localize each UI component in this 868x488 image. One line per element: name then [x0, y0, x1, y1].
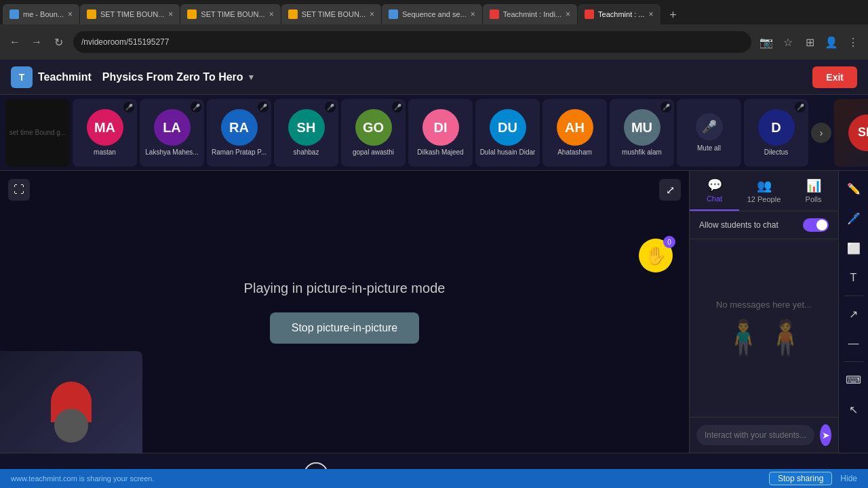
- mic-off-icon-10: 🎤: [795, 102, 806, 113]
- participant-name-9: mushfik alam: [622, 148, 662, 156]
- tab-label-6: Teachmint : ...: [598, 10, 644, 18]
- allow-chat-toggle[interactable]: [803, 218, 829, 232]
- sidebar: 💬 Chat 👥 12 People 📊 Polls Allow student…: [689, 171, 838, 453]
- back-button[interactable]: ←: [5, 33, 24, 52]
- participant-name-5: gopal awasthi: [353, 148, 394, 156]
- tab-4[interactable]: Sequence and se... ×: [382, 4, 482, 24]
- chat-icon: 💬: [707, 178, 722, 192]
- self-video-content: [51, 382, 92, 422]
- tab-favicon-0: [9, 9, 19, 19]
- face-shape: [54, 409, 88, 443]
- participants-strip: set time Bound g... 🎤 MA mastan 🎤 LA Lak…: [0, 95, 868, 171]
- tool-line[interactable]: —: [842, 331, 866, 356]
- expand-right-button[interactable]: ⤢: [659, 179, 681, 201]
- course-title-dropdown[interactable]: Physics From Zero To Hero ▼: [102, 71, 256, 83]
- mute-all-icon: 🎤: [696, 113, 723, 140]
- expand-button[interactable]: ⛶: [8, 179, 30, 201]
- last-participant-video: SB: [834, 99, 868, 167]
- participant-card-3: 🎤 RA Raman Pratap P...: [207, 99, 271, 167]
- star-button[interactable]: ☆: [778, 33, 797, 52]
- menu-button[interactable]: ⋮: [844, 33, 863, 52]
- mic-off-icon-3: 🎤: [258, 102, 269, 113]
- pip-message: Playing in picture-in-picture mode: [244, 281, 446, 296]
- tab-close-5[interactable]: ×: [566, 9, 570, 19]
- tab-0[interactable]: me - Boun... ×: [3, 4, 79, 24]
- nav-actions: 📷 ☆ ⊞ 👤 ⋮: [757, 33, 863, 52]
- url-bar[interactable]: /nvideoroom/515195277: [73, 31, 751, 53]
- participant-card-9: 🎤 MU mushfik alam: [610, 99, 674, 167]
- more-participants-button[interactable]: ›: [811, 123, 831, 143]
- tool-highlighter[interactable]: ✏️: [842, 176, 866, 201]
- chevron-down-icon: ▼: [248, 73, 256, 82]
- tab-1[interactable]: SET TIME BOUN... ×: [80, 4, 180, 24]
- mic-off-icon-2: 🎤: [191, 102, 201, 113]
- hide-button[interactable]: Hide: [840, 474, 857, 483]
- tab-6[interactable]: Teachmint : ... ×: [578, 4, 660, 24]
- tab-close-4[interactable]: ×: [471, 9, 475, 19]
- hand-raise-badge: 0: [663, 236, 675, 248]
- stop-pip-button[interactable]: Stop picture-in-picture: [270, 312, 420, 344]
- participant-name-8: Ahatasham: [557, 148, 592, 156]
- tab-chat[interactable]: 💬 Chat: [690, 171, 739, 211]
- forward-button[interactable]: →: [27, 33, 46, 52]
- tool-arrow[interactable]: ↗: [842, 302, 866, 326]
- participant-card-6: DI Dilkash Majeed: [408, 99, 473, 167]
- camera-button[interactable]: 📷: [757, 33, 776, 52]
- exit-button[interactable]: Exit: [812, 66, 857, 88]
- tab-label-3: SET TIME BOUN...: [302, 10, 366, 18]
- send-button[interactable]: ➤: [820, 424, 831, 446]
- sidebar-tabs: 💬 Chat 👥 12 People 📊 Polls: [690, 171, 838, 211]
- tab-people[interactable]: 👥 12 People: [739, 171, 789, 211]
- browser-tab-bar: me - Boun... × SET TIME BOUN... × SET TI…: [0, 0, 868, 24]
- tab-close-3[interactable]: ×: [370, 9, 374, 19]
- participant-name-3: Raman Pratap P...: [212, 148, 267, 156]
- mic-off-icon-9: 🎤: [660, 102, 671, 113]
- profile-button[interactable]: 👤: [822, 33, 841, 52]
- participant-card-10: 🎤 D Dilectus: [744, 99, 808, 167]
- tool-text[interactable]: T: [842, 266, 866, 290]
- chat-input[interactable]: [696, 425, 814, 445]
- participant-avatar-5: GO: [355, 109, 392, 146]
- allow-chat-label: Allow students to chat: [699, 220, 778, 230]
- main-content: ⛶ ⤢ ✋ 0 Playing in picture-in-picture mo…: [0, 171, 868, 453]
- tool-pen[interactable]: 🖊️: [842, 206, 866, 230]
- last-avatar: SB: [848, 115, 869, 151]
- participant-card-7: DU Dulal husain Didar: [475, 99, 540, 167]
- tool-keyboard[interactable]: ⌨: [842, 367, 866, 392]
- tab-favicon-3: [288, 9, 298, 19]
- participant-name-10: Dilectus: [764, 148, 789, 156]
- new-tab-button[interactable]: +: [664, 5, 683, 24]
- screen-share-bar: www.teachmint.com is sharing your screen…: [0, 469, 868, 488]
- nav-bar: ← → ↻ /nvideoroom/515195277 📷 ☆ ⊞ 👤 ⋮: [0, 24, 868, 60]
- participant-name-1: mastan: [94, 148, 116, 156]
- tool-pointer[interactable]: ↖: [842, 397, 866, 422]
- extensions-button[interactable]: ⊞: [800, 33, 819, 52]
- tools-panel: ✏️ 🖊️ ⬜ T ↗ — ⌨ ↖: [838, 171, 868, 453]
- tab-people-label: 12 People: [747, 195, 781, 203]
- participant-name-0: set time Bound g...: [9, 129, 66, 136]
- mute-all-card[interactable]: 🎤 Mute all: [677, 99, 741, 167]
- tab-3[interactable]: SET TIME BOUN... ×: [281, 4, 381, 24]
- tab-close-0[interactable]: ×: [68, 9, 73, 19]
- logo-text: Teachmint: [38, 71, 92, 83]
- tool-eraser[interactable]: ⬜: [842, 236, 866, 260]
- refresh-button[interactable]: ↻: [49, 33, 68, 52]
- tab-label-5: Teachmint : Indi...: [503, 10, 561, 18]
- tab-favicon-2: [187, 9, 197, 19]
- tab-favicon-4: [389, 9, 398, 19]
- tab-favicon-5: [490, 9, 499, 19]
- tab-polls[interactable]: 📊 Polls: [789, 171, 838, 211]
- tab-chat-label: Chat: [707, 195, 722, 203]
- tab-label-0: me - Boun...: [23, 10, 64, 18]
- tab-close-6[interactable]: ×: [649, 9, 654, 19]
- stop-sharing-button[interactable]: Stop sharing: [769, 472, 832, 485]
- participant-avatar-2: LA: [154, 109, 191, 146]
- polls-icon: 📊: [806, 178, 821, 193]
- people-icon: 👥: [757, 178, 772, 193]
- allow-chat-row: Allow students to chat: [690, 211, 838, 239]
- tab-5[interactable]: Teachmint : Indi... ×: [483, 4, 577, 24]
- tab-2[interactable]: SET TIME BOUN... ×: [180, 4, 280, 24]
- tab-close-1[interactable]: ×: [168, 9, 173, 19]
- tab-close-2[interactable]: ×: [269, 9, 274, 19]
- tool-divider-1: [844, 296, 863, 296]
